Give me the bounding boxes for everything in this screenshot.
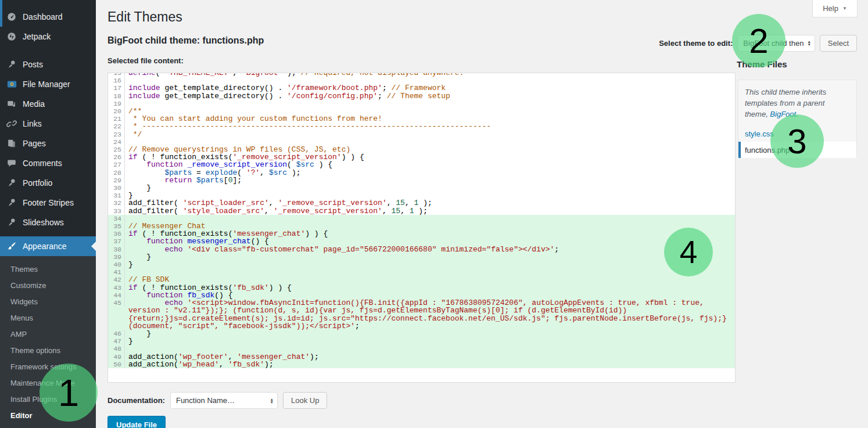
sidebar-item-label: File Manager (23, 80, 70, 89)
appearance-icon (6, 240, 17, 252)
code-text (128, 268, 729, 276)
help-button[interactable]: Help ▼ (812, 0, 858, 17)
sidebar-item-label: Slideshows (23, 218, 64, 227)
code-text: } (128, 261, 729, 268)
select-theme-button[interactable]: Select (820, 35, 857, 52)
code-line: 27 function _remove_script_version( $src… (108, 161, 735, 168)
code-editor[interactable]: 15define( 'THB_THEME_KEY', 'Bigfoot' ); … (107, 73, 736, 383)
pages-icon (6, 138, 17, 149)
chevron-down-icon: ▼ (842, 6, 847, 11)
page-title: Edit Themes (107, 9, 182, 25)
pushpin-icon (6, 217, 17, 228)
line-number: 15 (108, 73, 125, 77)
code-text: add_action('wp_head', 'fb_sdk'); (128, 361, 729, 368)
select-stepper-icon: ▲▼ (270, 398, 274, 404)
submenu-item-theme-options[interactable]: Theme options (0, 342, 96, 358)
line-number: 31 (108, 192, 125, 199)
line-number: 48 (108, 345, 125, 353)
line-number: 46 (108, 330, 125, 337)
pushpin-icon (6, 177, 17, 189)
submenu-item-customize[interactable]: Customize (0, 277, 96, 293)
sidebar-item-label: Links (23, 119, 42, 128)
submenu-item-amp[interactable]: AMP (0, 326, 96, 342)
sidebar-item-slideshows[interactable]: Slideshows (0, 213, 96, 232)
sidebar-item-label: Dashboard (23, 12, 63, 21)
line-number: 24 (108, 138, 125, 146)
code-text: echo '<script>window.fbAsyncInit=functio… (128, 299, 729, 330)
code-line: 18include get_template_directory() . '/c… (108, 92, 735, 100)
submenu-item-framework-settings[interactable]: Framework settings (0, 358, 96, 375)
line-number: 26 (108, 153, 125, 161)
sidebar-item-label: Pages (23, 139, 46, 148)
line-number: 41 (108, 268, 125, 276)
line-number: 18 (108, 92, 125, 100)
code-line: 38 echo '<div class="fb-customerchat" pa… (108, 246, 735, 253)
theme-files-heading: Theme Files (737, 59, 787, 69)
line-number: 30 (108, 184, 125, 192)
admin-menu: DashboardJetpackPostsFile ManagerMediaLi… (0, 7, 96, 428)
code-text: * --------------------------------------… (128, 123, 729, 130)
code-text: */ (128, 131, 729, 138)
update-file-button[interactable]: Update File (107, 416, 166, 428)
code-text (128, 215, 729, 222)
line-number: 19 (108, 100, 125, 107)
code-line: 15define( 'THB_THEME_KEY', 'Bigfoot' ); … (108, 73, 735, 77)
sidebar-item-comments[interactable]: Comments (0, 153, 96, 173)
lookup-button[interactable]: Look Up (283, 392, 327, 409)
sidebar-item-dashboard[interactable]: Dashboard (0, 7, 96, 27)
code-line: 30 } (108, 184, 735, 192)
submenu-item-themes[interactable]: Themes (0, 261, 96, 277)
submenu-item-editor[interactable]: Editor (0, 407, 96, 423)
submenu-item-menus[interactable]: Menus (0, 310, 96, 326)
line-number: 44 (108, 292, 125, 299)
code-line: 41 (108, 268, 735, 276)
line-number: 22 (108, 123, 125, 130)
code-text: include get_template_directory() . '/con… (128, 92, 729, 100)
dashboard-icon (6, 11, 17, 23)
sidebar-item-file-manager[interactable]: File Manager (0, 74, 96, 94)
code-text: define( 'THB_THEME_KEY', 'Bigfoot' ); //… (128, 73, 729, 77)
code-line: 23 */ (108, 131, 735, 138)
theme-file-functions-php[interactable]: functions.php (738, 142, 856, 158)
line-number: 38 (108, 246, 125, 253)
documentation-dropdown[interactable]: Function Name… ▲▼ (170, 392, 278, 409)
code-line: 42// FB SDK (108, 276, 735, 283)
sidebar-item-footer-stripes[interactable]: Footer Stripes (0, 193, 96, 213)
line-number: 25 (108, 146, 125, 153)
theme-select-dropdown[interactable]: BigFoot child then ▲▼ (737, 35, 815, 52)
parent-theme-link[interactable]: BigFoot (770, 110, 796, 118)
code-text: } (128, 253, 729, 261)
code-line: 46 } (108, 330, 735, 337)
sidebar-item-portfolio[interactable]: Portfolio (0, 173, 96, 193)
code-text: } (128, 337, 729, 345)
sidebar-item-posts[interactable]: Posts (0, 55, 96, 74)
line-number: 47 (108, 337, 125, 345)
sidebar-item-appearance[interactable]: Appearance (0, 236, 96, 256)
line-number: 32 (108, 199, 125, 207)
submenu-item-widgets[interactable]: Widgets (0, 293, 96, 310)
jetpack-icon (6, 31, 17, 42)
line-number: 49 (108, 353, 125, 361)
edited-file-title: BigFoot child theme: functions.php (107, 35, 264, 46)
media-icon (6, 98, 17, 110)
code-line: 19 (108, 100, 735, 107)
line-number: 28 (108, 169, 125, 177)
sidebar-item-pages[interactable]: Pages (0, 134, 96, 153)
sidebar-item-jetpack[interactable]: Jetpack (0, 27, 96, 46)
line-number: 27 (108, 161, 125, 168)
code-line: 50add_action('wp_head', 'fb_sdk'); (108, 361, 735, 368)
submenu-item-install-plugins[interactable]: Install Plugins (0, 391, 96, 407)
line-number: 50 (108, 361, 125, 368)
code-text: return $parts[0]; (128, 177, 729, 184)
sidebar-item-label: Appearance (23, 242, 67, 251)
sidebar-item-links[interactable]: Links (0, 114, 96, 134)
help-label: Help (823, 4, 838, 13)
submenu-item-maintenance-mode[interactable]: Maintenance Mode (0, 375, 96, 391)
line-number: 45 (108, 299, 125, 307)
sidebar-item-label: Footer Stripes (23, 198, 74, 207)
sidebar-item-label: Media (23, 99, 45, 109)
documentation-value: Function Name… (176, 396, 235, 405)
theme-file-style-css[interactable]: style.css (738, 125, 856, 142)
line-number: 23 (108, 131, 125, 138)
sidebar-item-media[interactable]: Media (0, 94, 96, 114)
